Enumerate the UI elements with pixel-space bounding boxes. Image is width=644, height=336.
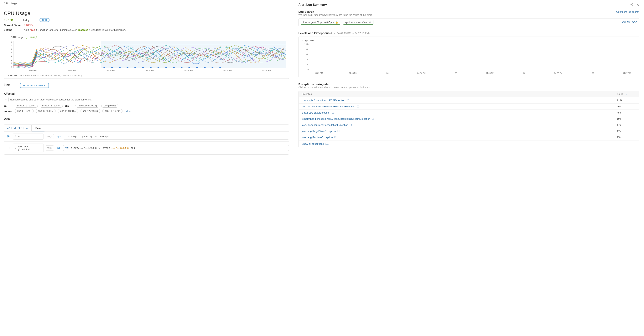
query-name[interactable]: ⠿A [13, 134, 44, 139]
cpu-chart-card: CPU Usage LIVE .8.7.6.5.4.3.2.1 04:00 PM… [4, 34, 289, 79]
exception-link[interactable]: sldb.SLDBBaseException [302, 111, 617, 114]
query-expression[interactable]: ts(~sample.cpu.usage.percentage) [63, 134, 289, 139]
exceptions-caption: Click on a bar in the chart above to nar… [298, 86, 640, 88]
left-pane: CPU Usage CPU Usage ENDED Today INFO Cur… [0, 0, 293, 336]
affected-key-source: source [4, 110, 13, 113]
affected-caption: Ranked sources and point tags. More like… [10, 98, 92, 101]
status-ended: ENDED [4, 19, 13, 21]
log-levels-card: Log Levels 100k80k60k40k20k0 04:02 PM04:… [298, 36, 640, 78]
affected-key-env: env [65, 104, 74, 107]
exception-row: com.apple.foundationdb.FDBException112k [299, 97, 639, 103]
grip-icon: ⠿ [15, 135, 16, 138]
sort-desc-icon: ↓ [626, 93, 627, 95]
breadcrumb: CPU Usage [0, 0, 293, 7]
live-badge[interactable]: LIVE [26, 36, 37, 39]
query-radio[interactable] [7, 147, 10, 149]
affected-pill[interactable]: dev (100%) [101, 104, 118, 108]
query-row: ⠿Alert Data (Condition)WQL</>ts(~alert.1… [4, 141, 289, 154]
exception-link[interactable]: com.apple.foundationdb.FDBException [302, 99, 617, 102]
lock-icon: 🔒 [335, 21, 338, 24]
affected-more-link[interactable]: More [126, 110, 131, 113]
exception-count: 17k [617, 124, 636, 126]
svg-point-16 [632, 4, 633, 4]
affected-key-az: az [4, 104, 13, 107]
share-icon[interactable] [630, 3, 633, 6]
page-title: CPU Usage [4, 10, 289, 16]
external-link-icon [332, 112, 334, 114]
exception-count: 66k [617, 105, 636, 108]
log-search-caption: We rank point tags by how likely they ar… [298, 14, 640, 16]
affected-pill[interactable]: app-1 (100%) [15, 109, 34, 113]
affected-pill[interactable]: production (100%) [76, 104, 99, 108]
affected-pill[interactable]: app-10 (100%) [36, 109, 56, 113]
setting-text: Alert fires if Condition is true for 5 m… [24, 28, 289, 31]
info-badge[interactable]: INFO [39, 18, 50, 22]
filter-chip-application[interactable]: application=wavefront👁 [343, 20, 374, 25]
show-all-exceptions-link[interactable]: Show all exceptions (107) [299, 140, 639, 147]
svg-line-20 [631, 5, 632, 5]
exceptions-col-count[interactable]: Count↓ [617, 93, 636, 95]
query-radio[interactable] [7, 135, 10, 138]
external-link-icon [347, 99, 349, 101]
filter-bar: time range=4:02 pm - 4:07 pm🔒 applicatio… [298, 18, 640, 26]
exception-count: 112k [617, 99, 636, 102]
external-link-icon [357, 105, 359, 108]
code-icon[interactable]: </> [56, 135, 61, 138]
svg-point-17 [630, 4, 631, 5]
exception-link[interactable]: java.lang.IllegalStateException [302, 130, 617, 133]
affected-pill[interactable]: app-11 (100%) [58, 109, 78, 113]
current-status-value: FIRING [24, 24, 33, 26]
exception-row: sldb.SLDBBaseException45k [299, 110, 639, 116]
grip-icon: ⠿ [15, 147, 16, 149]
exception-count: 17k [617, 130, 636, 133]
plot-type-button[interactable]: LINE PLOT [4, 125, 32, 131]
exception-row: java.util.concurrent.RejectedExecutionEx… [299, 103, 639, 110]
setting-label: Setting [4, 28, 22, 31]
go-to-logs-button[interactable]: GO TO LOGS [622, 21, 637, 24]
log-levels-label: Log Levels [302, 39, 635, 42]
time-today: Today [23, 19, 30, 21]
ai-icon: AI [4, 97, 8, 102]
svg-point-18 [632, 5, 633, 6]
right-title: Alert Log Summary [298, 3, 327, 6]
exception-row: java.lang.IllegalStateException17k [299, 128, 639, 134]
exception-count: 15k [617, 136, 636, 139]
chart-title: CPU Usage [11, 36, 23, 39]
cpu-chart[interactable]: .8.7.6.5.4.3.2.1 04:00 PM04:05 PM04:10 P… [7, 41, 286, 72]
exceptions-col-name[interactable]: Exception [302, 93, 617, 95]
affected-pill[interactable]: us-west-2 (100%) [15, 104, 38, 108]
exception-link[interactable]: java.lang.RuntimeException [302, 136, 617, 139]
show-log-summary-button[interactable]: SHOW LOG SUMMARY [20, 83, 49, 88]
tab-data[interactable]: Data [32, 125, 44, 131]
query-expression[interactable]: ts(~alert.1677012395031*, ~event=1677013… [63, 145, 289, 151]
affected-pill[interactable]: us-west-1 (100%) [40, 104, 63, 108]
line-plot-icon [7, 127, 10, 129]
eye-icon: 👁 [369, 21, 371, 24]
external-link-icon [350, 124, 352, 126]
current-status-label: Current Status [4, 24, 22, 26]
configure-log-search-link[interactable]: Configure log search [616, 10, 640, 13]
chevron-down-icon [26, 127, 28, 129]
external-link-icon [334, 136, 336, 138]
query-name[interactable]: ⠿Alert Data (Condition) [13, 144, 44, 152]
affected-pill[interactable]: app-13 (100%) [102, 109, 122, 113]
query-lang-badge[interactable]: WQL [46, 145, 54, 150]
close-icon[interactable] [636, 3, 640, 6]
code-icon[interactable]: </> [56, 146, 61, 150]
svg-line-19 [631, 4, 632, 4]
exception-link[interactable]: java.util.concurrent.CancellationExcepti… [302, 124, 617, 126]
exception-count: 19k [617, 117, 636, 120]
right-pane: Alert Log Summary Log Search Configure l… [293, 0, 644, 336]
log-levels-chart[interactable]: 100k80k60k40k20k0 04:02 PM04:03 PM:3004:… [302, 43, 635, 74]
exception-link[interactable]: java.util.concurrent.RejectedExecutionEx… [302, 105, 617, 108]
data-label: Data [4, 117, 289, 120]
external-link-icon [372, 118, 374, 120]
exception-row: java.lang.RuntimeException15k [299, 134, 639, 140]
query-lang-badge[interactable]: WQL [46, 134, 54, 139]
exception-link[interactable]: io.netty.handler.codec.http2.Http2Except… [302, 117, 617, 120]
levels-title: Levels and Exceptions (from 04:02:13 PM … [298, 31, 640, 35]
affected-pill[interactable]: app-12 (100%) [80, 109, 100, 113]
exceptions-table: Exception Count↓ com.apple.foundationdb.… [298, 91, 640, 147]
filter-chip-time-range[interactable]: time range=4:02 pm - 4:07 pm🔒 [300, 20, 340, 25]
chart-footer: AVERAGE|Horizontal Scale: 513 point buck… [7, 73, 286, 77]
